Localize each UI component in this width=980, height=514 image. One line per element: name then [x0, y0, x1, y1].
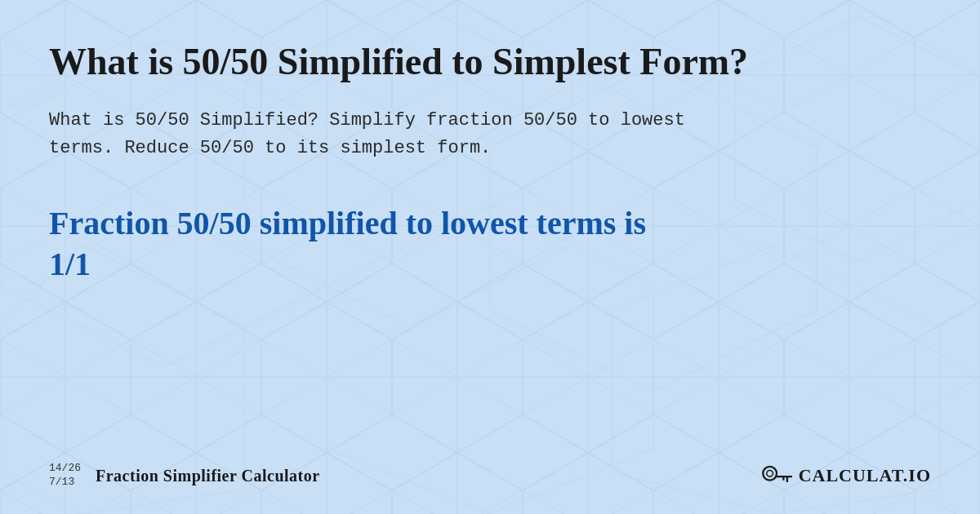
- page-title: What is 50/50 Simplified to Simplest For…: [49, 39, 931, 84]
- fraction-top: 14/26: [49, 462, 81, 476]
- footer-left: 14/26 7/13 Fraction Simplifier Calculato…: [49, 462, 320, 490]
- fraction-bottom: 7/13: [49, 476, 81, 490]
- result-heading: Fraction 50/50 simplified to lowest term…: [49, 203, 931, 285]
- logo-text: CALCULAT.IO: [799, 465, 931, 486]
- footer: 14/26 7/13 Fraction Simplifier Calculato…: [49, 454, 931, 490]
- footer-logo: CALCULAT.IO: [761, 464, 931, 487]
- fraction-display: 14/26 7/13: [49, 462, 81, 490]
- svg-point-13: [763, 467, 777, 481]
- description-paragraph: What is 50/50 Simplified? Simplify fract…: [49, 107, 931, 162]
- footer-brand-label: Fraction Simplifier Calculator: [96, 467, 320, 485]
- svg-point-14: [766, 471, 773, 477]
- key-icon: [761, 464, 792, 487]
